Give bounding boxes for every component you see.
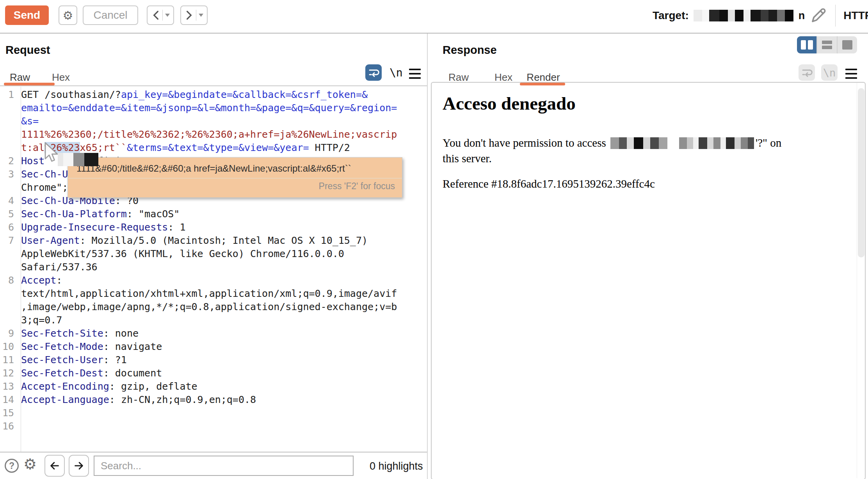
divider: [835, 5, 836, 27]
search-input[interactable]: [94, 456, 354, 476]
inspector-tooltip: 1111&#60;/title&#62;&#60;a href=ja&NewLi…: [68, 157, 402, 198]
render-body-line2: this server.: [443, 152, 492, 165]
request-line[interactable]: 15: [0, 406, 427, 420]
search-next-button[interactable]: [69, 455, 89, 477]
question-icon: ?: [9, 461, 14, 471]
edit-target-pencil-icon[interactable]: [809, 7, 827, 25]
gear-icon: ⚙: [23, 456, 37, 472]
word-wrap-toggle[interactable]: [365, 64, 382, 81]
line-number: 8: [0, 274, 18, 287]
response-menu-button[interactable]: [845, 69, 857, 82]
hamburger-icon: [409, 69, 421, 79]
target-bar: Target: n HTTP/2: [653, 5, 868, 26]
request-line[interactable]: 10Sec-Fetch-Mode: navigate: [0, 340, 427, 353]
line-number: 7: [0, 234, 18, 247]
line-number: 5: [0, 208, 18, 221]
render-reference: Reference #18.8f6adc17.1695139262.39effc…: [443, 177, 655, 190]
history-back-button[interactable]: [147, 5, 174, 25]
request-panel-title: Request: [5, 44, 50, 57]
tooltip-decoded-value: 1111&#60;/title&#62;&#60;a href=ja&NewLi…: [68, 158, 402, 179]
history-forward-dropdown-icon[interactable]: [199, 14, 203, 17]
request-line[interactable]: 12Sec-Fetch-Dest: document: [0, 367, 427, 380]
line-number: 12: [0, 367, 18, 380]
scrollbar-track: [857, 83, 857, 478]
request-footer-separator: [0, 452, 427, 452]
send-button[interactable]: Send: [5, 5, 49, 25]
chevron-left-icon: [151, 10, 160, 20]
redacted-url-part-1: [610, 137, 667, 149]
history-back-dropdown-icon[interactable]: [165, 14, 170, 17]
request-line[interactable]: 8Accept:text/html,application/xhtml+xml,…: [0, 274, 427, 327]
line-number: 4: [0, 194, 18, 208]
redacted-host-value: [58, 153, 98, 166]
request-line[interactable]: 14Accept-Language: zh-CN,zh;q=0.9,en;q=0…: [0, 393, 427, 406]
arrow-right-icon: [73, 460, 85, 471]
response-panel-title: Response: [443, 44, 497, 57]
search-previous-button[interactable]: [44, 455, 65, 477]
single-pane-icon: [842, 40, 852, 50]
show-newlines-toggle[interactable]: \n: [390, 66, 403, 79]
response-show-newlines-toggle-disabled: \n: [821, 64, 838, 81]
highlights-count: 0 highlights: [370, 460, 423, 472]
layout-switcher: [797, 36, 857, 53]
layout-rows-button[interactable]: [817, 36, 838, 53]
request-menu-button[interactable]: [409, 69, 421, 82]
search-settings-button[interactable]: ⚙: [23, 456, 37, 473]
layout-columns-button[interactable]: [797, 36, 817, 53]
render-body-text-tail: '?" on: [756, 137, 781, 149]
line-number: 13: [0, 380, 18, 393]
send-settings-button[interactable]: ⚙: [59, 5, 77, 25]
history-forward-button[interactable]: [180, 5, 208, 25]
request-line[interactable]: 6Upgrade-Insecure-Requests: 1: [0, 221, 427, 234]
target-label: Target:: [653, 9, 689, 22]
response-selected-tab-underline: [520, 83, 565, 85]
scrollbar-thumb[interactable]: [858, 88, 864, 257]
target-host-suffix: n: [799, 10, 805, 22]
redacted-target-host: [694, 10, 793, 21]
line-number: 10: [0, 340, 18, 353]
word-wrap-icon: [801, 67, 813, 78]
render-heading: Acceso denegado: [443, 93, 576, 114]
columns-layout-icon: [801, 40, 813, 50]
word-wrap-icon: [368, 67, 379, 78]
divider: [196, 10, 196, 21]
request-line[interactable]: 7User-Agent: Mozilla/5.0 (Macintosh; Int…: [0, 234, 427, 274]
request-tabs-separator: [0, 85, 427, 86]
repeater-window: Send ⚙ Cancel Target: n: [0, 0, 868, 479]
line-number: 9: [0, 327, 18, 340]
hamburger-icon: [845, 69, 857, 79]
line-number: 6: [0, 221, 18, 234]
request-line[interactable]: 11Sec-Fetch-User: ?1: [0, 353, 427, 367]
layout-single-button[interactable]: [838, 36, 857, 53]
cancel-button[interactable]: Cancel: [83, 5, 138, 25]
line-number: 1: [0, 88, 18, 101]
tooltip-focus-hint: Press 'F2' for focus: [68, 179, 402, 192]
line-number: 3: [0, 168, 18, 181]
request-line[interactable]: 5Sec-Ch-Ua-Platform: "macOS": [0, 208, 427, 221]
gear-icon: ⚙: [63, 9, 73, 22]
request-line[interactable]: 1GET /southasian/?api_key=&begindate=&ca…: [0, 88, 427, 154]
http-protocol-label: HTTP/2: [843, 9, 868, 22]
render-body-text: You don't have permission to access: [443, 137, 609, 149]
line-number: 2: [0, 154, 18, 168]
rows-layout-icon: [822, 41, 832, 49]
request-selected-tab-underline: [4, 83, 55, 85]
chevron-right-icon: [185, 10, 194, 20]
divider: [162, 10, 163, 21]
response-word-wrap-toggle-disabled: [799, 64, 815, 81]
line-number: 11: [0, 353, 18, 367]
line-number: 15: [0, 406, 18, 420]
panel-splitter[interactable]: [427, 34, 428, 479]
request-line[interactable]: 16: [0, 420, 427, 433]
redacted-url-part-2: [679, 137, 754, 149]
help-button[interactable]: ?: [5, 459, 19, 473]
request-line[interactable]: 13Accept-Encoding: gzip, deflate: [0, 380, 427, 393]
mouse-cursor-icon: [44, 142, 61, 165]
arrow-left-icon: [49, 460, 60, 471]
toolbar-separator: [0, 33, 868, 34]
line-number: 16: [0, 420, 18, 433]
request-editor[interactable]: 1GET /southasian/?api_key=&begindate=&ca…: [0, 88, 427, 433]
toolbar: Send ⚙ Cancel Target: n: [0, 0, 868, 33]
line-number: 14: [0, 393, 18, 406]
request-line[interactable]: 9Sec-Fetch-Site: none: [0, 327, 427, 340]
